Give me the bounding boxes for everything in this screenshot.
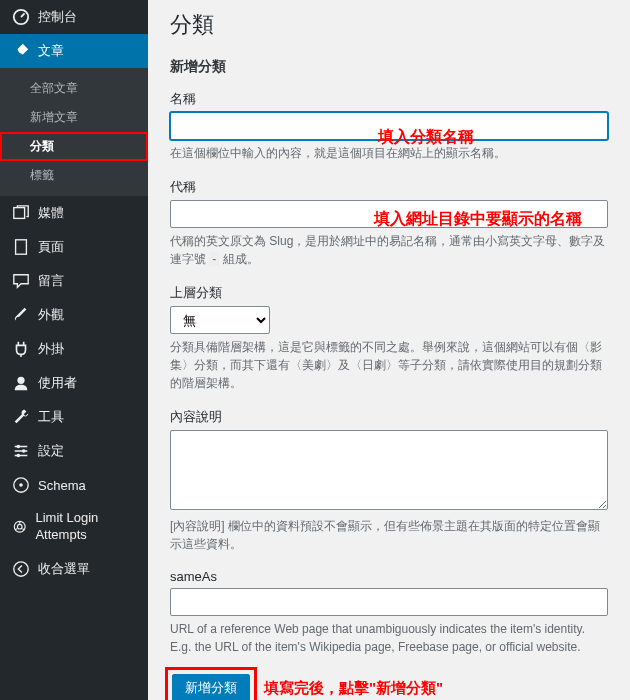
schema-icon bbox=[12, 476, 30, 494]
svg-point-11 bbox=[14, 562, 28, 576]
sliders-icon bbox=[12, 442, 30, 460]
lock-icon bbox=[12, 518, 27, 536]
svg-point-8 bbox=[19, 483, 23, 487]
menu-label: 收合選單 bbox=[38, 560, 90, 578]
menu-label: 工具 bbox=[38, 408, 64, 426]
field-sameas: sameAs URL of a reference Web page that … bbox=[170, 569, 608, 656]
desc-textarea[interactable] bbox=[170, 430, 608, 510]
slug-help: 代稱的英文原文為 Slug，是用於網址中的易記名稱，通常由小寫英文字母、數字及連… bbox=[170, 232, 608, 268]
submit-button[interactable]: 新增分類 bbox=[172, 674, 250, 700]
svg-point-10 bbox=[17, 525, 22, 530]
annotation-submit: 填寫完後，點擊"新增分類" bbox=[264, 679, 443, 698]
slug-label: 代稱 bbox=[170, 178, 608, 196]
menu-label: Schema bbox=[38, 478, 86, 493]
name-label: 名稱 bbox=[170, 90, 608, 108]
comment-icon bbox=[12, 272, 30, 290]
menu-pages[interactable]: 頁面 bbox=[0, 230, 148, 264]
page-icon bbox=[12, 238, 30, 256]
menu-label: 文章 bbox=[38, 42, 64, 60]
user-icon bbox=[12, 374, 30, 392]
menu-label: Limit Login Attempts bbox=[35, 510, 136, 544]
field-description: 內容說明 [內容說明] 欄位中的資料預設不會顯示，但有些佈景主題在其版面的特定位… bbox=[170, 408, 608, 553]
desc-label: 內容說明 bbox=[170, 408, 608, 426]
svg-point-3 bbox=[17, 377, 24, 384]
name-input[interactable] bbox=[170, 112, 608, 140]
field-parent: 上層分類 無 分類具備階層架構，這是它與標籤的不同之處。舉例來說，這個網站可以有… bbox=[170, 284, 608, 392]
menu-label: 外掛 bbox=[38, 340, 64, 358]
slug-input[interactable] bbox=[170, 200, 608, 228]
menu-users[interactable]: 使用者 bbox=[0, 366, 148, 400]
menu-label: 頁面 bbox=[38, 238, 64, 256]
menu-label: 外觀 bbox=[38, 306, 64, 324]
svg-point-5 bbox=[22, 449, 26, 453]
submenu-new-post[interactable]: 新增文章 bbox=[0, 103, 148, 132]
sameas-input[interactable] bbox=[170, 588, 608, 616]
dashboard-icon bbox=[12, 8, 30, 26]
menu-label: 使用者 bbox=[38, 374, 77, 392]
menu-dashboard[interactable]: 控制台 bbox=[0, 0, 148, 34]
svg-point-4 bbox=[17, 445, 21, 449]
plug-icon bbox=[12, 340, 30, 358]
menu-media[interactable]: 媒體 bbox=[0, 196, 148, 230]
collapse-icon bbox=[12, 560, 30, 578]
menu-label: 設定 bbox=[38, 442, 64, 460]
menu-posts[interactable]: 文章 bbox=[0, 34, 148, 68]
submenu-categories[interactable]: 分類 bbox=[0, 132, 148, 161]
field-name: 名稱 在這個欄位中輸入的內容，就是這個項目在網站上的顯示名稱。 bbox=[170, 90, 608, 162]
wrench-icon bbox=[12, 408, 30, 426]
pin-icon bbox=[12, 42, 30, 60]
parent-help: 分類具備階層架構，這是它與標籤的不同之處。舉例來說，這個網站可以有個〈影集〉分類… bbox=[170, 338, 608, 392]
submenu-tags[interactable]: 標籤 bbox=[0, 161, 148, 190]
field-slug: 代稱 代稱的英文原文為 Slug，是用於網址中的易記名稱，通常由小寫英文字母、數… bbox=[170, 178, 608, 268]
desc-help: [內容說明] 欄位中的資料預設不會顯示，但有些佈景主題在其版面的特定位置會顯示這… bbox=[170, 517, 608, 553]
svg-rect-1 bbox=[14, 208, 25, 219]
submenu-all-posts[interactable]: 全部文章 bbox=[0, 74, 148, 103]
main-content: 分類 新增分類 名稱 在這個欄位中輸入的內容，就是這個項目在網站上的顯示名稱。 … bbox=[148, 0, 630, 700]
name-help: 在這個欄位中輸入的內容，就是這個項目在網站上的顯示名稱。 bbox=[170, 144, 608, 162]
menu-label: 媒體 bbox=[38, 204, 64, 222]
parent-select[interactable]: 無 bbox=[170, 306, 270, 334]
sameas-label: sameAs bbox=[170, 569, 608, 584]
menu-tools[interactable]: 工具 bbox=[0, 400, 148, 434]
menu-appearance[interactable]: 外觀 bbox=[0, 298, 148, 332]
submit-highlight: 新增分類 bbox=[170, 672, 252, 700]
brush-icon bbox=[12, 306, 30, 324]
parent-label: 上層分類 bbox=[170, 284, 608, 302]
admin-sidebar: 控制台 文章 全部文章 新增文章 分類 標籤 媒體 頁面 留言 外觀 bbox=[0, 0, 148, 700]
posts-submenu: 全部文章 新增文章 分類 標籤 bbox=[0, 68, 148, 196]
menu-limit-login[interactable]: Limit Login Attempts bbox=[0, 502, 148, 552]
media-icon bbox=[12, 204, 30, 222]
menu-settings[interactable]: 設定 bbox=[0, 434, 148, 468]
menu-plugins[interactable]: 外掛 bbox=[0, 332, 148, 366]
menu-collapse[interactable]: 收合選單 bbox=[0, 552, 148, 586]
submit-row: 新增分類 填寫完後，點擊"新增分類" bbox=[170, 672, 608, 700]
menu-label: 控制台 bbox=[38, 8, 77, 26]
page-title: 分類 bbox=[170, 10, 608, 40]
form-title: 新增分類 bbox=[170, 58, 608, 76]
sameas-help: URL of a reference Web page that unambig… bbox=[170, 620, 608, 656]
svg-rect-2 bbox=[16, 240, 27, 254]
menu-label: 留言 bbox=[38, 272, 64, 290]
menu-schema[interactable]: Schema bbox=[0, 468, 148, 502]
menu-comments[interactable]: 留言 bbox=[0, 264, 148, 298]
svg-point-6 bbox=[17, 454, 21, 458]
